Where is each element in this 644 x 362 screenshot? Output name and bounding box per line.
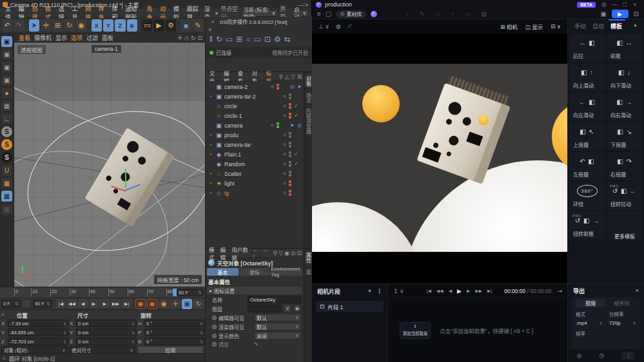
library-button[interactable]: ◇ 素材库 <box>336 10 366 18</box>
pen-spline-icon[interactable]: ✎ <box>193 19 203 32</box>
node-space-select[interactable]: 当前 (标准/物理)∨ <box>241 10 278 17</box>
new-panel-icon[interactable]: ⊡ <box>297 250 302 256</box>
viewport-menu-item[interactable]: 选项 <box>69 33 84 42</box>
position-input[interactable]: -84.655 cm⇅ <box>8 329 68 336</box>
hand-icon[interactable]: ✐ <box>347 23 353 30</box>
prev-frame-button[interactable]: ◀ <box>449 289 452 294</box>
interface-select[interactable]: 启动∨ <box>292 10 309 17</box>
sync-icon[interactable]: ↻ <box>216 35 222 44</box>
polygons-mode-icon[interactable]: S <box>1 152 12 163</box>
attribute-select[interactable]: 默认∨ <box>254 314 301 321</box>
size-input[interactable]: 0 cm⇅ <box>76 319 137 327</box>
undo-icon[interactable]: ↶ <box>2 19 12 32</box>
resolution-select[interactable]: 720p∨ <box>609 320 636 326</box>
clip-item[interactable]: ⊡ 片段 1 <box>316 301 384 312</box>
model-mode-icon[interactable]: ▣ <box>1 49 12 60</box>
camera-move-preset[interactable]: ◧ ↖ 上摇摄 <box>569 122 605 151</box>
timeline-ruler[interactable]: 01020304050607080 90 F⇅ <box>0 287 205 298</box>
key-scale-toggle[interactable]: ▣ <box>182 299 192 309</box>
go-to-end-button[interactable]: ▶| <box>122 299 132 309</box>
position-input[interactable]: -7.39 cm⇅ <box>8 319 68 327</box>
expand-toggle[interactable]: + <box>208 181 213 186</box>
path-filter-icon[interactable]: △ <box>285 73 289 80</box>
add-clip-button[interactable]: + <box>368 288 371 294</box>
separator[interactable] <box>139 19 141 32</box>
pause-icon[interactable]: ‖ <box>210 35 213 44</box>
om-side-tab[interactable]: 对象 <box>305 75 312 88</box>
next-frame-button[interactable]: ▶ <box>467 289 470 294</box>
mesh-orange-icon[interactable]: ▦ <box>1 178 12 189</box>
enabled-check-icon[interactable]: ✓ <box>294 151 300 157</box>
separator[interactable] <box>26 19 28 32</box>
workplane-mode-icon[interactable]: ▣ <box>1 75 12 86</box>
radio-icon[interactable] <box>212 325 217 329</box>
object-row[interactable]: + ∴ Scatter <box>206 169 304 178</box>
prev-key-button[interactable]: ◀◀ <box>67 299 77 309</box>
help-icon[interactable]: ◎ <box>577 352 582 359</box>
expand-toggle[interactable]: + <box>208 94 213 99</box>
key-rotation-toggle[interactable]: ↻ <box>193 299 204 309</box>
layer-dropdown-button[interactable]: ∨ <box>284 305 291 312</box>
object-row[interactable]: + ◇ tg <box>206 188 304 198</box>
expand-toggle[interactable]: + <box>208 191 213 195</box>
object-row[interactable]: + ▣ camera-tar <box>206 140 304 149</box>
viewport-menu-item[interactable]: 过滤 <box>84 33 100 42</box>
primitive-cube-icon[interactable]: ■ <box>181 19 191 32</box>
enabled-check-icon[interactable]: ✓ <box>294 103 300 109</box>
visibility-dots[interactable] <box>277 122 280 128</box>
icon-settings-fold[interactable]: ▸图标设置 <box>207 287 302 294</box>
search-icon[interactable]: ⚲ <box>279 73 283 80</box>
viewport-menu-item[interactable]: 摄像机 <box>32 33 54 42</box>
play-button[interactable]: ▶ <box>89 299 99 309</box>
hamburger-icon[interactable]: ≡ <box>206 26 312 33</box>
current-frame-box[interactable] <box>22 300 32 308</box>
rotate-view-icon[interactable]: ↻ <box>191 35 196 41</box>
object-name[interactable]: Random <box>224 161 245 167</box>
camera-move-preset[interactable]: ← ◧ 向左滑动 <box>569 93 605 121</box>
rotate-icon[interactable]: ↻ <box>64 19 75 32</box>
object-row[interactable]: · ○ circle-1 ✓ <box>206 111 304 120</box>
camera-move-preset[interactable]: ◧ ↷ 右摇摄 <box>607 152 643 180</box>
editor-toggle[interactable] <box>282 162 287 166</box>
cube-export-icon[interactable]: ⊡ <box>264 35 271 44</box>
enable-axis-icon[interactable]: ∟ <box>1 113 12 124</box>
history-icon[interactable]: ◷ <box>600 352 605 359</box>
object-name[interactable]: camera-tar-2 <box>224 93 256 100</box>
clips-more-button[interactable]: ⋮ <box>376 288 382 294</box>
expand-toggle[interactable]: · <box>208 104 213 108</box>
minimize-button[interactable]: — <box>609 1 620 8</box>
y-axis-lock-icon[interactable]: Y <box>103 19 113 32</box>
position-input[interactable]: -72.703 cm⇅ <box>8 338 68 345</box>
radio-icon[interactable] <box>212 316 217 320</box>
play-button[interactable]: ▶ <box>457 288 462 294</box>
object-row[interactable]: + ▣ camera-tar-2 <box>206 91 304 101</box>
format-select[interactable]: .mp4∨ <box>576 320 603 326</box>
go-to-start-button[interactable]: |◀ <box>56 299 66 309</box>
share-icon[interactable]: ⇆ <box>284 35 291 44</box>
object-row[interactable]: + ▣ produ <box>206 130 304 140</box>
camera-move-preset[interactable]: ◧ ↑ 向上滑动 <box>569 63 605 91</box>
object-row[interactable]: · ○ circle ✓ <box>206 101 304 111</box>
sidebar-tab[interactable]: 模板 <box>610 22 622 30</box>
sidebar-tab[interactable]: 手动 <box>574 22 586 30</box>
visibility-dots[interactable] <box>289 132 292 138</box>
expand-toggle[interactable]: + <box>208 152 213 157</box>
lock-icon[interactable]: ◉ <box>284 250 289 256</box>
z-axis-lock-icon[interactable]: Z <box>115 19 125 32</box>
editor-toggle[interactable] <box>282 171 287 176</box>
editor-toggle[interactable] <box>282 152 287 157</box>
grid-icon[interactable]: ▦ <box>481 10 487 17</box>
grid-array-icon[interactable]: ▦ <box>1 100 12 111</box>
autokey-button[interactable]: ◉ <box>147 299 157 309</box>
visibility-dots[interactable] <box>289 93 292 99</box>
object-name[interactable]: light <box>224 180 235 187</box>
help-icon[interactable]: ◎ <box>599 1 609 8</box>
edges-mode-icon[interactable]: S <box>1 139 12 150</box>
object-name[interactable]: circle-1 <box>224 113 242 119</box>
object-row[interactable]: · ◆ Random ✓ <box>206 159 304 169</box>
camera-move-preset[interactable]: 360° 环绕 <box>569 182 605 210</box>
lasso-icon[interactable]: ▱ <box>435 10 440 17</box>
object-name[interactable]: circle <box>224 103 237 110</box>
close-icon[interactable]: × <box>636 287 639 294</box>
gears-icon[interactable]: ⚙ <box>274 35 281 44</box>
